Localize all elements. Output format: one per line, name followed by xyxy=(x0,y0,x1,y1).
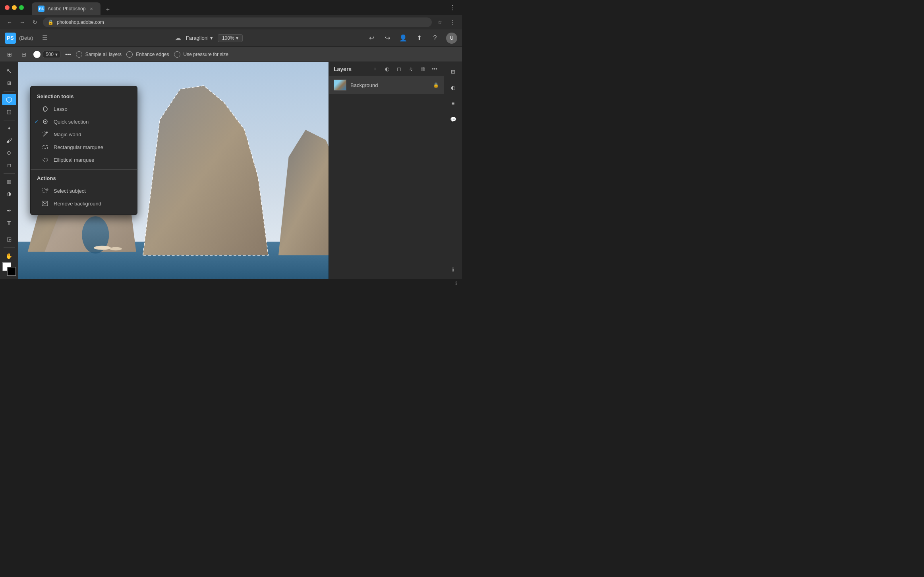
quick-selection-icon xyxy=(42,118,49,125)
layers-panel: Layers + ◐ ◻ ♫ 🗑 ••• Background 🔒 xyxy=(329,62,444,279)
address-bar[interactable]: 🔒 photoshop.adobe.com xyxy=(43,17,432,27)
canvas-area[interactable]: Selection tools Lasso xyxy=(18,62,329,279)
ellipse-marquee-icon xyxy=(42,156,49,163)
svg-point-8 xyxy=(94,246,111,250)
brush-tool[interactable]: 🖌 xyxy=(2,135,16,147)
rect-marquee-icon xyxy=(42,143,49,151)
workspace-name-text: Faraglioni xyxy=(186,35,209,41)
bookmark-button[interactable]: ☆ xyxy=(435,17,445,27)
fg-bg-swatches[interactable] xyxy=(2,262,16,276)
tab-close-button[interactable]: ✕ xyxy=(89,6,94,12)
brush-size-control: 500 ▾ xyxy=(33,51,60,58)
enhance-edges-toggle[interactable]: Enhance edges xyxy=(126,51,169,58)
close-button[interactable] xyxy=(5,5,10,10)
browser-menu-button[interactable]: ⋮ xyxy=(448,17,457,27)
help-button[interactable]: ? xyxy=(430,33,440,43)
lasso-icon xyxy=(42,105,49,112)
redo-button[interactable]: ↪ xyxy=(383,33,392,43)
select-subject-item[interactable]: Select subject xyxy=(31,184,137,197)
pressure-for-size-toggle[interactable]: Use pressure for size xyxy=(174,51,228,58)
shapes-tool[interactable]: ◲ xyxy=(2,234,16,245)
zoom-value: 100% xyxy=(222,35,234,41)
browser-settings-icon[interactable]: ⋮ xyxy=(448,3,457,12)
beta-label: (Beta) xyxy=(19,35,33,41)
undo-button[interactable]: ↩ xyxy=(367,33,376,43)
enhance-edges-circle xyxy=(126,51,133,58)
reload-button[interactable]: ↻ xyxy=(30,17,40,27)
browser-nav: ← → ↻ 🔒 photoshop.adobe.com ☆ ⋮ xyxy=(0,15,462,29)
new-tab-button[interactable]: + xyxy=(102,4,113,15)
svg-line-12 xyxy=(43,133,47,136)
svg-point-15 xyxy=(43,158,48,161)
type-tool[interactable]: T xyxy=(2,217,16,228)
share-button[interactable]: ⬆ xyxy=(414,33,424,43)
hamburger-menu-button[interactable]: ☰ xyxy=(39,33,50,44)
rectangular-marquee-item[interactable]: Rectangular marquee xyxy=(31,141,137,153)
quick-select-tool[interactable]: ⬡ xyxy=(2,94,16,105)
layers-panel-header: Layers + ◐ ◻ ♫ 🗑 ••• xyxy=(329,62,444,76)
gradient-tool[interactable]: ▥ xyxy=(2,176,16,188)
dodge-tool[interactable]: ◑ xyxy=(2,188,16,200)
right-comment-icon[interactable]: 💬 xyxy=(447,113,460,126)
menu-center: ☁ Faraglioni ▾ 100% ▾ xyxy=(50,34,367,42)
more-options-button[interactable]: ••• xyxy=(65,51,71,58)
traffic-lights xyxy=(5,5,24,10)
chevron-down-icon: ▾ xyxy=(210,35,213,41)
color-swatches-area xyxy=(2,262,16,276)
account-icon[interactable]: 👤 xyxy=(398,33,408,43)
back-button[interactable]: ← xyxy=(5,17,14,27)
maximize-button[interactable] xyxy=(19,5,24,10)
browser-titlebar: PS Adobe Photoshop ✕ + ⋮ xyxy=(0,0,462,15)
layers-panel-title: Layers xyxy=(334,66,352,72)
elliptical-marquee-item[interactable]: Elliptical marquee xyxy=(31,153,137,166)
crop-tool[interactable]: ⊡ xyxy=(2,106,16,118)
right-adjust-icon[interactable]: ◐ xyxy=(447,81,460,94)
remove-background-item[interactable]: Remove background xyxy=(31,197,137,210)
right-layers-icon[interactable]: ⊞ xyxy=(447,65,460,78)
right-props-icon[interactable]: ≡ xyxy=(447,97,460,110)
sample-all-layers-toggle[interactable]: Sample all layers xyxy=(76,51,122,58)
svg-rect-14 xyxy=(43,145,48,149)
move-tool[interactable]: ↖ xyxy=(2,65,16,77)
spot-heal-tool[interactable]: ✦ xyxy=(2,123,16,134)
panel-add-button[interactable]: + xyxy=(371,65,379,74)
lasso-tool-item[interactable]: Lasso xyxy=(31,103,137,115)
layer-name: Background xyxy=(350,82,429,88)
active-tab[interactable]: PS Adobe Photoshop ✕ xyxy=(32,2,101,15)
svg-point-11 xyxy=(44,121,46,122)
minimize-button[interactable] xyxy=(12,5,17,10)
brush-size-chevron: ▾ xyxy=(55,52,58,57)
hand-tool[interactable]: ✋ xyxy=(2,250,16,261)
sample-all-layers-label: Sample all layers xyxy=(85,52,122,57)
pen-tool[interactable]: ✒ xyxy=(2,205,16,216)
ps-main: ↖ ⊞ ⬡ ⊡ ✦ 🖌 ⊙ ◻ ▥ ◑ ✒ T ◲ ✋ xyxy=(0,62,462,279)
workspace-dropdown[interactable]: Faraglioni ▾ xyxy=(186,35,213,41)
right-history-icon[interactable]: ℹ xyxy=(447,263,460,276)
zoom-control[interactable]: 100% ▾ xyxy=(218,34,243,42)
panel-more-button[interactable]: ••• xyxy=(430,65,439,74)
user-avatar[interactable]: U xyxy=(446,33,457,44)
artboard-tool[interactable]: ⊞ xyxy=(2,77,16,89)
toolbar-separator-3 xyxy=(4,173,15,174)
forward-button[interactable]: → xyxy=(17,17,27,27)
eraser-tool[interactable]: ◻ xyxy=(2,159,16,171)
ps-logo: PS xyxy=(5,33,16,44)
elliptical-marquee-label: Elliptical marquee xyxy=(54,157,95,163)
panel-icons: + ◐ ◻ ♫ 🗑 ••• xyxy=(371,65,439,74)
panel-mask-button[interactable]: ◻ xyxy=(394,65,403,74)
background-color[interactable] xyxy=(7,267,16,276)
subtract-from-selection-icon[interactable]: ⊟ xyxy=(19,50,29,59)
layer-background[interactable]: Background 🔒 xyxy=(329,76,444,94)
magic-wand-label: Magic wand xyxy=(54,132,81,137)
quick-selection-item[interactable]: Quick selection xyxy=(31,115,137,128)
panel-delete-button[interactable]: 🗑 xyxy=(418,65,427,74)
add-to-selection-icon[interactable]: ⊞ xyxy=(5,50,14,59)
panel-group-button[interactable]: ♫ xyxy=(406,65,415,74)
brush-size-value[interactable]: 500 ▾ xyxy=(43,51,60,58)
toolbar-separator-5 xyxy=(4,231,15,231)
status-bar: ℹ xyxy=(0,279,462,288)
panel-adjustment-button[interactable]: ◐ xyxy=(383,65,391,74)
magic-wand-item[interactable]: Magic wand xyxy=(31,128,137,141)
clone-stamp-tool[interactable]: ⊙ xyxy=(2,147,16,159)
left-toolbar: ↖ ⊞ ⬡ ⊡ ✦ 🖌 ⊙ ◻ ▥ ◑ ✒ T ◲ ✋ xyxy=(0,62,18,279)
